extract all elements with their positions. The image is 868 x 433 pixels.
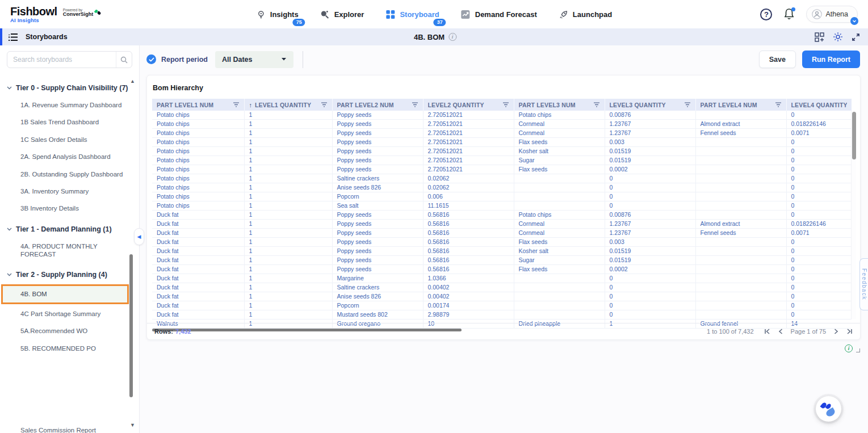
filter-icon[interactable]: [593, 102, 600, 108]
next-page-icon[interactable]: [834, 329, 838, 334]
table-vertical-scrollbar[interactable]: [851, 111, 856, 319]
filter-icon[interactable]: [775, 102, 782, 108]
settings-gear-icon[interactable]: [833, 32, 843, 42]
table-cell: 0: [786, 265, 852, 274]
nav-item-explorer[interactable]: Explorer: [320, 10, 364, 19]
first-page-icon[interactable]: [764, 329, 770, 334]
sidebar-collapse-handle[interactable]: ◀: [134, 228, 144, 245]
sidebar-item-1a-revenue-summary-dashboard[interactable]: 1A. Revenue Summary Dashboard: [0, 96, 139, 113]
sidebar-scrollbar[interactable]: [129, 254, 133, 397]
table-row[interactable]: Duck fat1Popcorn0.0017400: [152, 301, 852, 310]
table-cell: Flax seeds: [514, 165, 605, 174]
sidebar-item-partial[interactable]: Sales Commission Report: [20, 427, 96, 433]
column-header-part-level2-num[interactable]: PART LEVEL2 NUM: [332, 99, 423, 111]
feedback-tab[interactable]: Feedback: [859, 258, 868, 310]
sidebar-item-4b-bom[interactable]: 4B. BOM: [1, 284, 129, 304]
table-cell: Poppy seeds: [332, 220, 423, 229]
expand-icon[interactable]: [852, 33, 860, 41]
sidebar-item-1b-sales-trend-dashboard[interactable]: 1B Sales Trend Dashboard: [0, 113, 139, 131]
filter-icon[interactable]: [412, 102, 418, 108]
table-row[interactable]: Duck fat1Anise seeds 8260.0040200: [152, 292, 852, 301]
scroll-up-icon[interactable]: ▲: [130, 78, 135, 84]
table-row[interactable]: Potato chips1Poppy seeds2.720512021Potat…: [152, 111, 852, 120]
column-header-part-level3-num[interactable]: PART LEVEL3 NUM: [514, 99, 605, 111]
table-row[interactable]: Duck fat1Poppy seeds0.56816Sugar0.015190: [152, 256, 852, 265]
column-header-level4-quantity[interactable]: LEVEL4 QUANTITY: [786, 99, 852, 111]
table-row[interactable]: Potato chips1Poppy seeds2.720512021Koshe…: [152, 147, 852, 156]
table-row[interactable]: Potato chips1Poppy seeds2.720512021Flax …: [152, 138, 852, 147]
table-row[interactable]: Duck fat1Poppy seeds0.56816Flax seeds0.0…: [152, 238, 852, 247]
card-info-icon[interactable]: i: [845, 344, 853, 352]
sidebar-item-3a-inventory-summary[interactable]: 3A. Inventory Summary: [0, 183, 139, 200]
tree-group-header[interactable]: Tier 1 - Demand Planning (1): [0, 221, 139, 238]
table-row[interactable]: Duck fat1Margarine1.036600: [152, 274, 852, 283]
sidebar-item-5b-recommended-po[interactable]: 5B. RECOMMENDED PO: [0, 340, 139, 357]
table-row[interactable]: Duck fat1Mustard seeds 8022.9887900: [152, 310, 852, 320]
sidebar-item-3b-inventory-details[interactable]: 3B Inventory Details: [0, 200, 139, 217]
tree-group-header[interactable]: Tier 2 - Supply Planning (4): [0, 266, 139, 283]
table-cell: Almond extract: [695, 220, 786, 229]
search-icon[interactable]: [116, 52, 132, 68]
table-row[interactable]: Duck fat1Poppy seeds0.56816Potato chips0…: [152, 211, 852, 220]
sidebar-item-5a-recommended-wo[interactable]: 5A.Recommended WO: [0, 322, 139, 339]
table-row[interactable]: Duck fat1Poppy seeds0.56816Kosher salt0.…: [152, 247, 852, 256]
table-row[interactable]: Duck fat1Poppy seeds0.56816Cornmeal1.237…: [152, 229, 852, 238]
nav-item-demand-forecast[interactable]: Demand Forecast: [461, 10, 537, 19]
save-button[interactable]: Save: [759, 51, 796, 68]
run-report-button[interactable]: Run Report: [802, 51, 860, 68]
sidebar-item-1c-sales-order-details[interactable]: 1C Sales Order Details: [0, 131, 139, 148]
sidebar-item-2a-spend-analysis-dashboard[interactable]: 2A. Spend Analysis Dashboard: [0, 148, 139, 165]
column-header-part-level1-num[interactable]: PART LEVEL1 NUM: [152, 99, 244, 111]
nav-item-insights[interactable]: Insights75: [256, 10, 299, 19]
table-cell: 1.0366: [423, 274, 514, 283]
table-row[interactable]: Duck fat1Saltine crackers0.0040200: [152, 283, 852, 292]
table-cell: Potato chips: [152, 147, 244, 156]
filter-icon[interactable]: [321, 102, 328, 108]
tree-group-header[interactable]: Tier 0 - Supply Chain Visibility (7): [0, 79, 139, 96]
table-row[interactable]: Potato chips1Anise seeds 8260.0206200: [152, 183, 852, 192]
nav-item-launchpad[interactable]: Launchpad: [559, 10, 612, 19]
user-menu[interactable]: Athena: [806, 6, 858, 23]
table-row[interactable]: Potato chips1Poppy seeds2.720512021Sugar…: [152, 156, 852, 165]
column-header-level2-quantity[interactable]: LEVEL2 QUANTITY: [423, 99, 514, 111]
table-cell: 0.56816: [423, 238, 514, 247]
report-period-value: All Dates: [222, 56, 253, 64]
column-header-level1-quantity[interactable]: ↑LEVEL1 QUANTITY: [244, 99, 332, 111]
conversight-chat-button[interactable]: [816, 396, 841, 422]
filter-icon[interactable]: [502, 102, 509, 108]
filter-icon[interactable]: [233, 102, 240, 108]
table-row[interactable]: Potato chips1Saltine crackers0.0206200: [152, 174, 852, 183]
filter-icon[interactable]: [684, 102, 691, 108]
table-cell: 0.01519: [605, 156, 695, 165]
sidebar-item-4a-product-monthly-forecast[interactable]: 4A. PRODUCT MONTHLY FORECAST: [0, 238, 139, 263]
table-row[interactable]: Potato chips1Sea salt11.161500: [152, 201, 852, 211]
scroll-down-icon[interactable]: ▼: [130, 422, 135, 428]
report-period-dropdown[interactable]: All Dates: [215, 51, 293, 68]
search-input[interactable]: [7, 51, 132, 68]
table-row[interactable]: Potato chips1Poppy seeds2.720512021Cornm…: [152, 129, 852, 138]
storyboards-list-icon[interactable]: [8, 33, 19, 41]
table-cell: Potato chips: [152, 129, 244, 138]
sidebar-item-4c-part-shortage-summary[interactable]: 4C Part Shortage Summary: [0, 305, 139, 322]
column-header-level3-quantity[interactable]: LEVEL3 QUANTITY: [605, 99, 695, 111]
resize-handle-icon[interactable]: [856, 348, 860, 352]
prev-page-icon[interactable]: [778, 329, 783, 334]
table-cell: 2.720512021: [423, 111, 514, 120]
column-header-part-level4-num[interactable]: PART LEVEL4 NUM: [695, 99, 786, 111]
table-row[interactable]: Potato chips1Poppy seeds2.720512021Flax …: [152, 165, 852, 174]
table-cell: [514, 283, 605, 292]
last-page-icon[interactable]: [846, 329, 853, 334]
notifications-bell-icon[interactable]: [783, 8, 795, 20]
table-row[interactable]: Potato chips1Poppy seeds2.720512021Cornm…: [152, 120, 852, 129]
table-cell: Duck fat: [152, 211, 244, 220]
table-row[interactable]: Duck fat1Poppy seeds0.56816Cornmeal1.237…: [152, 220, 852, 229]
table-row[interactable]: Duck fat1Poppy seeds0.56816Flax seeds0.0…: [152, 265, 852, 274]
report-period-checkbox[interactable]: [146, 54, 156, 64]
nav-item-storyboard[interactable]: Storyboard37: [385, 10, 439, 19]
add-widget-icon[interactable]: [815, 32, 824, 42]
help-icon[interactable]: ?: [760, 9, 772, 20]
table-cell: 0: [786, 165, 852, 174]
sidebar-item-2b-outstanding-supply-dashboard[interactable]: 2B. Outstanding Supply Dashboard: [0, 166, 139, 183]
table-row[interactable]: Potato chips1Popcorn0.00600: [152, 192, 852, 201]
page-info-icon[interactable]: i: [448, 33, 456, 41]
